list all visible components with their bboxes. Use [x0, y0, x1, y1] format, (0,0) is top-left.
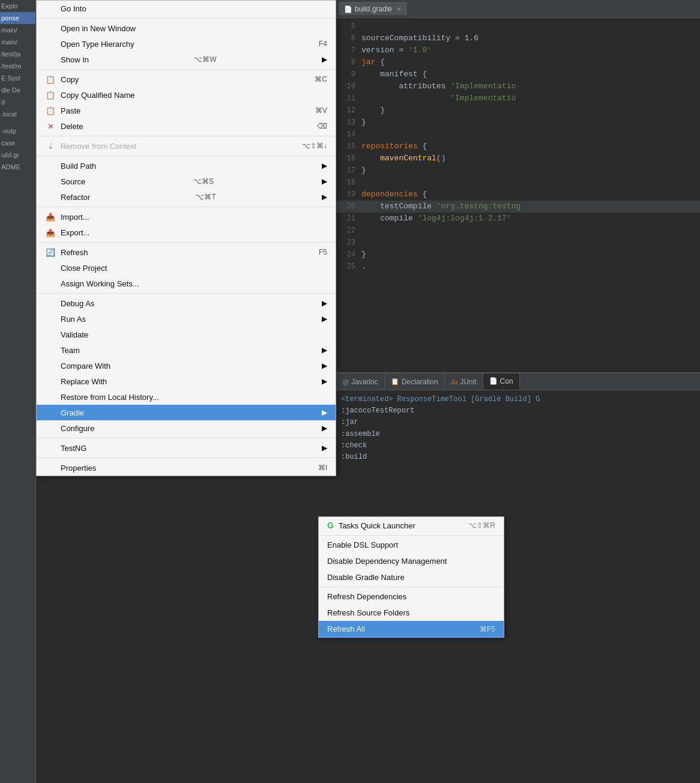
menu-item-copy[interactable]: 📋Copy⌘C: [37, 71, 336, 87]
menu-item-label: Close Project: [61, 264, 107, 273]
tab-label: build.gradle: [355, 5, 392, 13]
menu-item-copy-qualified-name[interactable]: 📋Copy Qualified Name: [37, 87, 336, 103]
code-line-25: 25 .: [336, 261, 700, 273]
code-line-14: 14: [336, 128, 700, 141]
menu-item-source[interactable]: Source⌥⌘S▶: [37, 174, 336, 189]
gradle-item-refresh-source-folders[interactable]: Refresh Source Folders: [319, 605, 504, 621]
console-line-5: :build: [341, 452, 695, 463]
tab-declaration[interactable]: 📋 Declaration: [385, 373, 445, 390]
bottom-panel: @ Javadoc 📋 Declaration Ju JUnit 📄 Con <…: [336, 372, 700, 467]
menu-item-refresh[interactable]: 🔄RefreshF5: [37, 244, 336, 260]
copy-icon: 📋: [45, 91, 56, 100]
sidebar-item-14: uild.gr: [0, 149, 35, 161]
menu-item-label: Replace With: [61, 377, 107, 386]
sidebar-item-13: case: [0, 137, 35, 149]
code-line-18: 18: [336, 177, 700, 189]
tab-javadoc[interactable]: @ Javadoc: [336, 373, 385, 390]
code-line-17: 17 }: [336, 165, 700, 177]
menu-item-label: Source: [61, 177, 85, 186]
code-line-22: 22: [336, 225, 700, 237]
menu-item-show-in[interactable]: Show In⌥⌘W▶: [37, 52, 336, 67]
submenu-arrow-icon: ▶: [322, 377, 327, 385]
console-terminated-line: <terminated> ResponseTimeTool [Gradle Bu…: [341, 394, 695, 405]
menu-item-gradle[interactable]: Gradle▶: [37, 405, 336, 420]
console-line-3: :assemble: [341, 429, 695, 440]
tab-declaration-label: Declaration: [402, 378, 438, 386]
menu-item-label: Configure: [61, 424, 94, 433]
gradle-item-tasks-quick-launcher[interactable]: GTasks Quick Launcher⌥⇧⌘R: [319, 517, 504, 534]
gradle-divider-1: [319, 535, 504, 536]
gradle-item-label: Refresh All: [327, 624, 365, 633]
menu-item-label: Debug As: [61, 299, 94, 308]
menu-item-paste[interactable]: 📋Paste⌘V: [37, 103, 336, 118]
menu-item-remove-from-context[interactable]: ⇣Remove from Context⌥⇧⌘↓: [37, 138, 336, 154]
menu-item-testng[interactable]: TestNG▶: [37, 440, 336, 456]
sidebar-item-2[interactable]: ponse: [0, 12, 35, 24]
menu-item-import[interactable]: 📥Import...: [37, 209, 336, 225]
menu-item-label: Run As: [61, 315, 86, 324]
javadoc-icon: @: [342, 378, 349, 385]
menu-item-label: Delete: [61, 122, 83, 131]
menu-item-configure[interactable]: Configure▶: [37, 420, 336, 436]
declaration-icon: 📋: [391, 378, 399, 385]
menu-item-validate[interactable]: Validate: [37, 327, 336, 342]
sidebar-item-5: /test/ja: [0, 48, 35, 60]
menu-item-label: Restore from Local History...: [61, 393, 159, 402]
submenu-arrow-icon: ▶: [322, 177, 327, 186]
menu-item-label: Refactor: [61, 193, 90, 202]
menu-item-label: Show In: [61, 55, 89, 64]
code-line-13: 13 }: [336, 116, 700, 128]
menu-item-label: Validate: [61, 330, 88, 339]
menu-item-debug-as[interactable]: Debug As▶: [37, 295, 336, 311]
code-area: 5 6 sourceCompatibility = 1.6 7 version …: [336, 18, 700, 275]
console-line-2: :jar: [341, 417, 695, 428]
code-line-8: 8 jar {: [336, 56, 700, 68]
gradle-item-disable-dependency-management[interactable]: Disable Dependency Management: [319, 553, 504, 569]
menu-item-close-project[interactable]: Close Project: [37, 260, 336, 276]
sidebar-item-15: ADME: [0, 161, 35, 173]
menu-item-go-into[interactable]: Go Into: [37, 1, 336, 16]
menu-item-compare-with[interactable]: Compare With▶: [37, 358, 336, 373]
menu-divider-12: [37, 156, 336, 156]
menu-item-label: Go Into: [61, 4, 86, 13]
gradle-item-label: Refresh Dependencies: [327, 592, 406, 601]
tab-close-button[interactable]: ✕: [396, 6, 401, 13]
gradle-item-refresh-dependencies[interactable]: Refresh Dependencies: [319, 588, 504, 605]
submenu-arrow-icon: ▶: [322, 444, 327, 452]
menu-item-open-in-new-window[interactable]: Open in New Window: [37, 20, 336, 36]
submenu-arrow-icon: ▶: [322, 408, 327, 417]
menu-item-run-as[interactable]: Run As▶: [37, 311, 336, 327]
menu-item-label: Team: [61, 346, 80, 355]
submenu-arrow-icon: ▶: [322, 346, 327, 354]
menu-item-label: Assign Working Sets...: [61, 279, 139, 288]
menu-divider-16: [37, 207, 336, 207]
sidebar-item-6: /test/re: [0, 60, 35, 72]
menu-item-export[interactable]: 📤Export...: [37, 225, 336, 240]
code-line-20: 20 testCompile 'org.testng:testng: [336, 201, 700, 213]
menu-item-team[interactable]: Team▶: [37, 342, 336, 358]
menu-item-build-path[interactable]: Build Path▶: [37, 158, 336, 174]
menu-item-open-type-hierarchy[interactable]: Open Type HierarchyF4: [37, 36, 336, 52]
menu-divider-5: [37, 69, 336, 70]
menu-item-replace-with[interactable]: Replace With▶: [37, 373, 336, 389]
tab-junit[interactable]: Ju JUnit: [445, 373, 483, 390]
build-gradle-tab[interactable]: 📄 build.gradle ✕: [339, 2, 406, 15]
sidebar-item-1: Explo: [0, 0, 35, 12]
tab-junit-label: JUnit: [460, 378, 476, 386]
tab-file-icon: 📄: [344, 5, 352, 13]
sidebar-item-8: dle De: [0, 84, 35, 96]
gradle-item-enable-dsl-support[interactable]: Enable DSL Support: [319, 537, 504, 553]
menu-item-properties[interactable]: Properties⌘I: [37, 460, 336, 476]
tab-console-label: Con: [500, 377, 513, 385]
submenu-arrow-icon: ▶: [322, 299, 327, 307]
menu-item-label: TestNG: [61, 444, 86, 453]
gradle-item-refresh-all[interactable]: Refresh All⌘F5: [319, 621, 504, 637]
code-line-21: 21 compile 'log4j:log4j:1.2.17': [336, 213, 700, 225]
menu-item-restore-from-local-history[interactable]: Restore from Local History...: [37, 389, 336, 405]
menu-item-delete[interactable]: ✕Delete⌫: [37, 118, 336, 134]
gradle-item-label: Tasks Quick Launcher: [339, 521, 415, 530]
menu-item-refactor[interactable]: Refactor⌥⌘T▶: [37, 189, 336, 205]
menu-item-assign-working-sets[interactable]: Assign Working Sets...: [37, 276, 336, 291]
tab-console[interactable]: 📄 Con: [483, 373, 520, 390]
gradle-item-disable-gradle-nature[interactable]: Disable Gradle Nature: [319, 569, 504, 585]
